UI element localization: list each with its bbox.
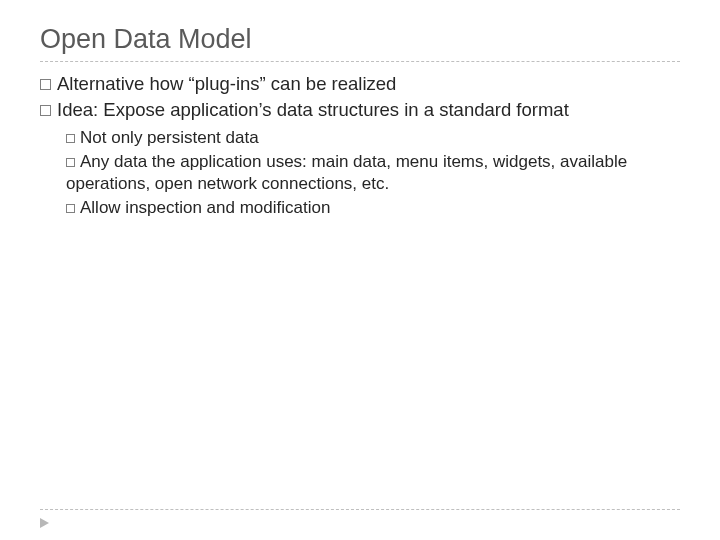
list-item: Allow inspection and modification xyxy=(66,197,680,219)
bullet-lead: Allow xyxy=(80,198,121,217)
bullet-text: only persistent data xyxy=(106,128,258,147)
square-bullet-icon xyxy=(66,204,75,213)
square-bullet-icon xyxy=(66,158,75,167)
list-item: Not only persistent data xyxy=(66,127,680,149)
slide-title: Open Data Model xyxy=(40,24,680,55)
bullet-lead: Alternative xyxy=(57,73,144,94)
bullet-text: Expose application’s data structures in … xyxy=(98,99,569,120)
footer-divider xyxy=(40,509,680,510)
bullet-text: inspection and modification xyxy=(121,198,331,217)
list-item: Any data the application uses: main data… xyxy=(66,151,680,195)
square-bullet-icon xyxy=(40,105,51,116)
square-bullet-icon xyxy=(66,134,75,143)
bullet-lead: Any xyxy=(80,152,109,171)
list-item: Idea: Expose application’s data structur… xyxy=(40,98,680,219)
bullet-list-level1: Alternative how “plug-ins” can be realiz… xyxy=(40,72,680,218)
arrow-right-icon xyxy=(40,518,49,528)
bullet-list-level2: Not only persistent data Any data the ap… xyxy=(40,127,680,218)
title-divider xyxy=(40,61,680,62)
list-item: Alternative how “plug-ins” can be realiz… xyxy=(40,72,680,96)
slide-content: Open Data Model Alternative how “plug-in… xyxy=(0,0,720,218)
bullet-lead: Idea: xyxy=(57,99,98,120)
bullet-text: data the application uses: main data, me… xyxy=(66,152,627,193)
bullet-text: how “plug-ins” can be realized xyxy=(144,73,396,94)
bullet-lead: Not xyxy=(80,128,106,147)
square-bullet-icon xyxy=(40,79,51,90)
